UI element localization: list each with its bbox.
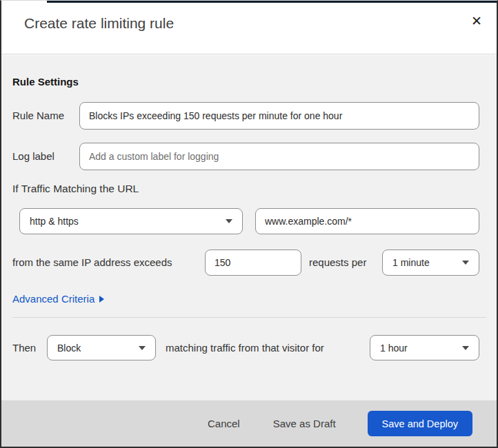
close-button[interactable]: ✕: [466, 10, 487, 31]
rule-settings-heading: Rule Settings: [12, 76, 79, 88]
advanced-criteria-label: Advanced Criteria: [12, 293, 94, 305]
dialog-footer: Cancel Save as Draft Save and Deploy: [1, 400, 497, 447]
period-select[interactable]: 1 minute: [382, 250, 479, 276]
rate-limit-dialog: Create rate limiting rule ✕ Rule Setting…: [0, 0, 498, 448]
close-icon: ✕: [471, 13, 482, 28]
background-page-sliver: [47, 1, 497, 3]
threshold-text-before: from the same IP address exceeds: [12, 250, 172, 276]
action-middle-text: matching traffic from that visitor for: [166, 335, 324, 360]
duration-select-value: 1 hour: [380, 343, 408, 354]
log-label-input[interactable]: [79, 143, 479, 170]
scheme-select[interactable]: http & https: [19, 208, 243, 234]
chevron-down-icon: [462, 261, 469, 265]
chevron-down-icon: [226, 219, 232, 223]
period-select-value: 1 minute: [392, 257, 430, 268]
scheme-select-value: http & https: [30, 216, 79, 227]
action-select-value: Block: [57, 343, 81, 354]
chevron-down-icon: [462, 346, 469, 350]
action-select[interactable]: Block: [47, 335, 156, 360]
save-as-draft-button[interactable]: Save as Draft: [272, 418, 337, 429]
traffic-match-intro: If Traffic Matching the URL: [12, 183, 139, 195]
dialog-title: Create rate limiting rule: [24, 15, 174, 32]
log-label-label: Log label: [12, 143, 54, 170]
rule-name-label: Rule Name: [12, 102, 64, 130]
url-pattern-input[interactable]: [255, 208, 479, 234]
dialog-body: Rule Settings Rule Name Log label If Tra…: [1, 55, 497, 400]
chevron-right-icon: [99, 296, 104, 303]
threshold-text-after: requests per: [309, 250, 366, 276]
threshold-input[interactable]: [205, 250, 301, 276]
advanced-criteria-link[interactable]: Advanced Criteria: [12, 293, 104, 305]
save-and-deploy-button[interactable]: Save and Deploy: [368, 411, 472, 436]
section-divider: [12, 317, 486, 318]
rule-name-input[interactable]: [79, 102, 479, 130]
then-label: Then: [12, 335, 36, 360]
chevron-down-icon: [139, 346, 146, 350]
dialog-header: Create rate limiting rule ✕: [1, 1, 497, 54]
duration-select[interactable]: 1 hour: [370, 335, 479, 360]
cancel-button[interactable]: Cancel: [206, 418, 241, 429]
